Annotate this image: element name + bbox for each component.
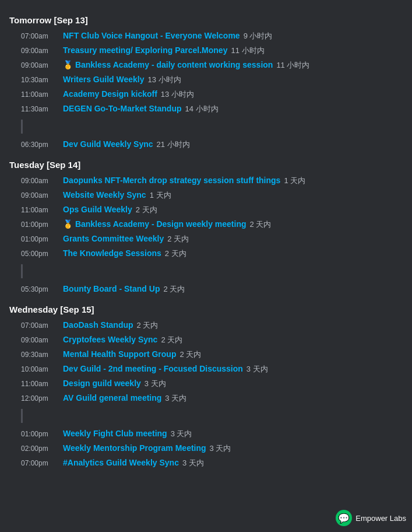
event-time: 07:00am [21,31,63,41]
event-countdown: 2 天内 [161,334,182,346]
event-title[interactable]: NFT Club Voice Hangout - Everyone Welcom… [63,30,240,42]
event-row[interactable]: 07:00amNFT Club Voice Hangout - Everyone… [9,29,403,43]
event-countdown: 3 天内 [165,393,186,404]
event-row[interactable]: 12:00pmAV Guild general meeting3 天内 [9,391,403,405]
event-title[interactable]: Cryptofees Weekly Sync [63,334,157,346]
event-title[interactable]: Weekly Fight Club meeting [63,428,167,440]
event-time: 05:00pm [21,249,63,259]
event-countdown: 2 天内 [167,233,189,245]
event-row[interactable]: 05:30pmBounty Board - Stand Up2 天内 [9,282,403,296]
event-title[interactable]: #Analytics Guild Weekly Sync [63,457,179,469]
event-countdown: 3 天内 [210,443,231,454]
event-title[interactable]: 🥇 Bankless Academy - daily content worki… [63,59,273,71]
event-countdown: 3 天内 [182,457,204,469]
event-time: 11:30am [21,104,63,114]
event-row[interactable]: 09:30amMental Health Support Group2 天内 [9,347,403,362]
event-time: 09:30am [21,349,63,360]
event-row[interactable]: 06:30pmDev Guild Weekly Sync21 小时内 [9,137,403,152]
divider-bar [21,264,23,278]
event-row[interactable]: 07:00amDaoDash Standup2 天内 [9,318,403,332]
section-divider [9,120,403,134]
event-title[interactable]: Dev Guild - 2nd meeting - Focused Discus… [63,363,243,375]
event-time: 09:00am [21,46,63,56]
day-header-tuesday: Tuesday [Sep 14] [9,160,403,170]
wechat-icon: 💬 [336,510,352,526]
event-time: 09:00am [21,60,63,71]
event-time: 07:00pm [21,458,63,468]
event-title[interactable]: Academy Design kickoff [63,88,157,100]
event-row[interactable]: 09:00amDaopunks NFT-Merch drop strategy … [9,173,403,188]
event-countdown: 21 小时内 [157,139,190,150]
event-countdown: 2 天内 [179,349,201,360]
event-countdown: 3 天内 [145,378,166,390]
event-countdown: 3 天内 [247,363,268,375]
event-time: 07:00am [21,320,63,331]
event-time: 01:00pm [21,429,63,439]
event-row[interactable]: 11:00amDesign guild weekly3 天内 [9,376,403,391]
event-countdown: 13 小时内 [148,74,181,86]
event-title[interactable]: Website Weekly Sync [63,189,146,201]
event-time: 11:00am [21,205,63,215]
event-row[interactable]: 02:00pmWeekly Mentorship Program Meeting… [9,441,403,456]
event-title[interactable]: Ops Guild Weekly [63,204,132,216]
main-container: Tomorrow [Sep 13]07:00amNFT Club Voice H… [0,0,412,505]
event-row[interactable]: 01:00pm🥇 Bankless Academy - Design weekl… [9,217,403,232]
event-title[interactable]: DEGEN Go-To-Market Standup [63,103,182,115]
event-time: 02:00pm [21,443,63,454]
event-countdown: 14 小时内 [185,103,219,115]
event-time: 12:00pm [21,393,63,404]
event-row[interactable]: 09:00amWebsite Weekly Sync1 天内 [9,188,403,202]
event-row[interactable]: 05:00pmThe Knowledge Sessions2 天内 [9,246,403,261]
divider-bar [21,120,23,134]
event-title[interactable]: 🥇 Bankless Academy - Design weekly meeti… [63,218,247,230]
event-title[interactable]: AV Guild general meeting [63,392,161,404]
event-countdown: 11 小时内 [276,60,309,71]
event-row[interactable]: 10:00amDev Guild - 2nd meeting - Focused… [9,362,403,376]
section-divider [9,409,403,423]
event-title[interactable]: Weekly Mentorship Program Meeting [63,442,206,454]
event-row[interactable]: 01:00pmWeekly Fight Club meeting3 天内 [9,426,403,441]
event-countdown: 2 天内 [136,204,157,216]
event-countdown: 1 天内 [284,175,305,187]
event-row[interactable]: 10:30amWriters Guild Weekly13 小时内 [9,72,403,87]
event-countdown: 9 小时内 [244,30,273,42]
event-time: 06:30pm [21,139,63,150]
divider-bar [21,409,23,423]
event-title[interactable]: Mental Health Support Group [63,348,176,360]
event-row[interactable]: 09:00am🥇 Bankless Academy - daily conten… [9,58,403,72]
event-row[interactable]: 11:00amOps Guild Weekly2 天内 [9,202,403,217]
event-title[interactable]: Grants Committee Weekly [63,233,164,245]
event-row[interactable]: 11:30amDEGEN Go-To-Market Standup14 小时内 [9,102,403,116]
event-row[interactable]: 11:00amAcademy Design kickoff13 小时内 [9,87,403,102]
event-countdown: 2 天内 [250,219,272,230]
event-time: 11:00am [21,379,63,389]
event-row[interactable]: 07:00pm#Analytics Guild Weekly Sync3 天内 [9,456,403,470]
event-time: 09:00am [21,176,63,186]
watermark-label: Empower Labs [355,514,406,523]
event-countdown: 2 天内 [137,320,159,331]
event-time: 10:00am [21,364,63,374]
event-countdown: 13 小时内 [161,89,194,100]
event-countdown: 3 天内 [171,428,192,440]
event-title[interactable]: Writers Guild Weekly [63,74,145,86]
event-time: 05:30pm [21,284,63,295]
event-row[interactable]: 09:00amTreasury meeting/ Exploring Parce… [9,43,403,58]
day-header-wednesday: Wednesday [Sep 15] [9,304,403,314]
event-title[interactable]: The Knowledge Sessions [63,247,161,260]
event-time: 01:00pm [21,219,63,230]
event-countdown: 11 小时内 [231,45,264,57]
event-title[interactable]: Treasury meeting/ Exploring Parcel.Money [63,44,227,57]
event-title[interactable]: Design guild weekly [63,377,141,390]
event-title[interactable]: DaoDash Standup [63,319,133,331]
event-title[interactable]: Bounty Board - Stand Up [63,283,160,295]
event-countdown: 1 天内 [150,190,171,201]
event-title[interactable]: Dev Guild Weekly Sync [63,138,153,150]
event-row[interactable]: 09:00amCryptofees Weekly Sync2 天内 [9,332,403,347]
event-time: 10:30am [21,75,63,85]
event-title[interactable]: Daopunks NFT-Merch drop strategy session… [63,174,280,187]
event-countdown: 2 天内 [165,248,186,260]
section-divider [9,264,403,278]
event-time: 09:00am [21,190,63,201]
event-row[interactable]: 01:00pmGrants Committee Weekly2 天内 [9,232,403,246]
event-time: 11:00am [21,89,63,100]
